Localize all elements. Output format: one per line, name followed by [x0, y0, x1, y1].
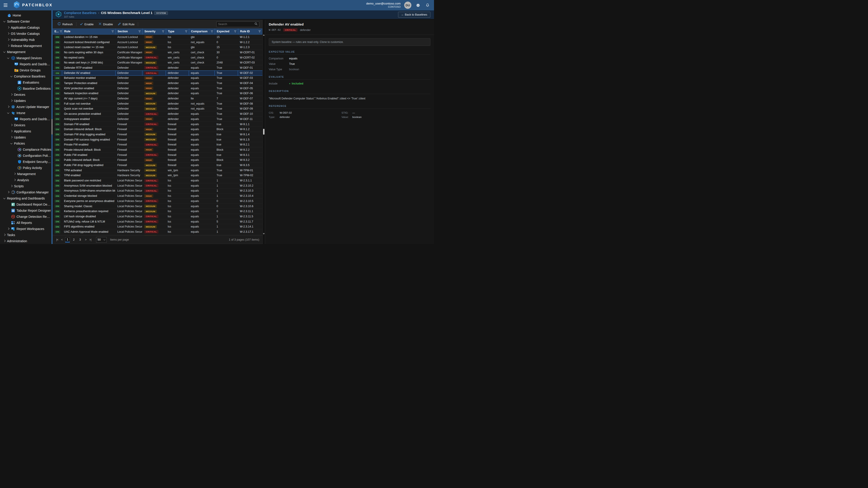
breadcrumb-parent-link[interactable]: Compliance Baselines — [64, 11, 96, 15]
sidebar-item-tasks[interactable]: Tasks — [0, 232, 52, 238]
sidebar-item-software-center[interactable]: Software Center — [0, 18, 52, 24]
table-row-w-1-2-1[interactable]: ONLockout duration >= 15 minAccount Lock… — [53, 35, 262, 40]
sidebar-item-devices[interactable]: Devices — [0, 92, 52, 98]
chevron-right-icon[interactable] — [10, 124, 13, 127]
sidebar-item-administration[interactable]: Administration — [0, 238, 52, 244]
settings-gear-icon[interactable] — [415, 2, 421, 8]
sidebar-item-reporting-and-dashboards[interactable]: Reporting and Dashboards — [0, 195, 52, 201]
page-size-select[interactable]: 50 — [96, 237, 107, 242]
sidebar-item-vulnerability-hub[interactable]: Vulnerability Hub — [0, 37, 52, 43]
sidebar-item-reports-and-dashboards[interactable]: Reports and Dashboards — [0, 116, 52, 122]
chevron-right-icon[interactable] — [10, 99, 13, 102]
table-row-w-9-1-4[interactable]: ONDomain FW drop logging enabledFirewall… — [53, 132, 262, 137]
column-header-expected[interactable]: Expected — [215, 29, 238, 34]
filter-funnel-icon[interactable] — [138, 30, 141, 33]
chevron-right-icon[interactable] — [10, 136, 13, 139]
table-row-w-def-07[interactable]: ONAV sigs current (<= 7 days)DefenderHIG… — [53, 96, 262, 101]
sidebar-item-os-vendor-catalogs[interactable]: OS Vendor Catalogs — [0, 31, 52, 37]
table-row-w-9-3-2[interactable]: ONPublic inbound default: BlockFirewallH… — [53, 158, 262, 163]
sidebar-item-configuration-manager[interactable]: Configuration Manager — [0, 189, 52, 195]
back-to-baselines-button[interactable]: ← Back to Baselines — [398, 12, 430, 18]
app-logo[interactable]: PATCHBLOX — [13, 1, 53, 9]
table-row-w-def-03[interactable]: ONBehavior monitor enabledDefenderHIGHde… — [53, 76, 262, 81]
sidebar-item-azure-update-manager[interactable]: Azure Update Manager — [0, 104, 52, 110]
column-header-e[interactable]: E... — [53, 29, 62, 34]
table-row-w-2-3-11-5[interactable]: ONLM hash storage disabledLocal Policies… — [53, 214, 262, 219]
table-row-w-def-08[interactable]: ONFull scan not overdueDefenderMEDIUMdef… — [53, 101, 262, 106]
search-icon[interactable] — [254, 22, 257, 26]
page-button-2[interactable]: 2 — [71, 237, 76, 242]
column-header-comparison[interactable]: Comparison — [189, 29, 215, 34]
sidebar-item-evaluations[interactable]: Evaluations — [0, 79, 52, 86]
sidebar-item-report-workspaces[interactable]: Report Workspaces — [0, 226, 52, 232]
table-row-w-9-1-2[interactable]: ONDomain inbound default: BlockFirewallH… — [53, 127, 262, 132]
chevron-right-icon[interactable] — [7, 227, 10, 230]
chevron-down-icon[interactable] — [3, 197, 6, 200]
table-row-w-1-2-2[interactable]: ONAccount lockout threshold configuredAc… — [53, 40, 262, 45]
table-row-w-2-3-10-2[interactable]: ONAnonymous SAM enumeration blockedLocal… — [53, 183, 262, 188]
sidebar-item-applications[interactable]: Applications — [0, 128, 52, 134]
table-row-w-tpm-02[interactable]: ONTPM enabledHardware SecurityMEDIUMwin_… — [53, 173, 262, 178]
sidebar-item-policies[interactable]: Policies — [0, 140, 52, 147]
table-row-w-cert-02[interactable]: ONNo expired certsCertificate Management… — [53, 55, 262, 60]
sidebar-item-intune[interactable]: Intune — [0, 110, 52, 116]
last-page-button[interactable]: >| — [89, 238, 92, 241]
sidebar-item-updates[interactable]: Updates — [0, 134, 52, 140]
sidebar-item-baseline-definitions[interactable]: Baseline Definitions — [0, 86, 52, 92]
filter-funnel-icon[interactable] — [60, 30, 62, 33]
chevron-right-icon[interactable] — [3, 239, 6, 242]
sidebar-item-updates[interactable]: Updates — [0, 98, 52, 104]
chevron-right-icon[interactable] — [7, 191, 10, 194]
sidebar-item-managed-devices[interactable]: Managed Devices — [0, 55, 52, 61]
sidebar-item-management[interactable]: Management — [0, 49, 52, 55]
table-row-w-def-09[interactable]: ONQuick scan not overdueDefenderMEDIUMde… — [53, 106, 262, 111]
sidebar-item-configuration-policies[interactable]: Configuration Policies — [0, 153, 52, 159]
sidebar-item-all-reports[interactable]: All Reports — [0, 220, 52, 226]
chevron-right-icon[interactable] — [10, 93, 13, 96]
table-row-w-def-06[interactable]: ONNetwork Inspection enabledDefenderMEDI… — [53, 91, 262, 96]
table-row-w-tpm-01[interactable]: ONTPM activatedHardware SecurityMEDIUMwi… — [53, 168, 262, 173]
chevron-down-icon[interactable] — [3, 51, 6, 53]
sidebar-item-release-management[interactable]: Release Management — [0, 43, 52, 49]
chevron-down-icon[interactable] — [3, 20, 6, 23]
enable-button[interactable]: Enable — [77, 20, 96, 28]
sidebar-item-tabular-report-designer[interactable]: Tabular Report Designer — [0, 207, 52, 214]
table-row-w-cert-03[interactable]: ONNo weak cert keys (< 2048 bits)Certifi… — [53, 60, 262, 65]
chevron-right-icon[interactable] — [7, 105, 10, 108]
table-row-w-9-3-5[interactable]: ONPublic FW drop logging enabledFirewall… — [53, 163, 262, 168]
refresh-button[interactable]: Refresh — [55, 20, 75, 28]
prev-page-button[interactable]: < — [61, 238, 63, 241]
chevron-right-icon[interactable] — [7, 44, 10, 47]
page-button-3[interactable]: 3 — [78, 237, 83, 242]
sidebar-scrollbar-thumb[interactable] — [52, 119, 53, 134]
table-row-w-def-05[interactable]: ONIOAV protection enabledDefenderHIGHdef… — [53, 86, 262, 91]
filter-funnel-icon[interactable] — [211, 30, 213, 33]
hamburger-menu-icon[interactable] — [3, 3, 8, 8]
sidebar-item-compliance-baselines[interactable]: Compliance Baselines — [0, 73, 52, 79]
table-row-w-9-3-1[interactable]: ONPublic FW enabledFirewallCRITICALfirew… — [53, 153, 262, 158]
sidebar-item-devices[interactable]: Devices — [0, 122, 52, 128]
sidebar-item-policy-activity[interactable]: Policy Activity — [0, 165, 52, 171]
sidebar-item-device-groups[interactable]: Device Groups — [0, 67, 52, 73]
sidebar-item-dashboard-report-designer[interactable]: Dashboard Report Designer — [0, 201, 52, 207]
sidebar-item-reports-and-dashboards[interactable]: Reports and Dashboards — [0, 61, 52, 67]
table-row-w-2-3-1-1[interactable]: ONBlank password use restrictedLocal Pol… — [53, 178, 262, 183]
avatar[interactable]: DU — [404, 2, 411, 9]
chevron-right-icon[interactable] — [3, 233, 6, 236]
sidebar-item-scripts[interactable]: Scripts — [0, 183, 52, 189]
table-row-w-2-3-10-6[interactable]: ONSharing model: ClassicLocal Policies S… — [53, 204, 262, 209]
table-row-w-2-3-11-7[interactable]: ONNTLMv2 only, refuse LM & NTLMLocal Pol… — [53, 219, 262, 224]
table-row-w-9-2-2[interactable]: ONPrivate inbound default: BlockFirewall… — [53, 147, 262, 153]
first-page-button[interactable]: |< — [56, 238, 59, 241]
scroll-up-arrow-icon[interactable] — [263, 34, 265, 36]
table-row-w-2-3-10-3[interactable]: ONAnonymous SAM+shares enumeration block… — [53, 188, 262, 194]
edit-rule-button[interactable]: Edit Rule — [115, 20, 137, 28]
sidebar-item-analysis[interactable]: Analysis — [0, 177, 52, 183]
notifications-bell-icon[interactable] — [425, 2, 430, 8]
table-row-w-2-3-10-4[interactable]: ONCredential storage blockedLocal Polici… — [53, 193, 262, 199]
chevron-right-icon[interactable] — [7, 26, 10, 29]
chevron-down-icon[interactable] — [7, 111, 10, 114]
table-row-w-9-2-1[interactable]: ONPrivate FW enabledFirewallCRITICALfire… — [53, 142, 262, 147]
table-row-w-def-01[interactable]: ONDefender RTP enabledDefenderCRITICALde… — [53, 65, 262, 70]
chevron-right-icon[interactable] — [13, 172, 16, 175]
